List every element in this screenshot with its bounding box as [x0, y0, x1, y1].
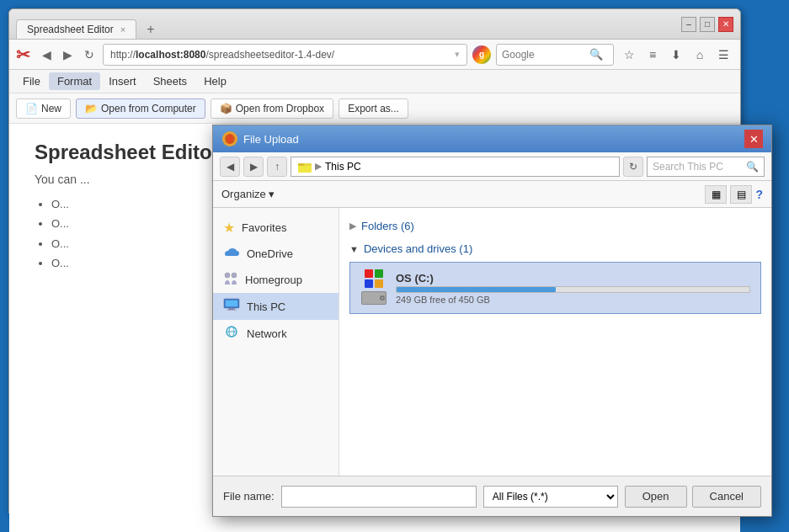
search-input[interactable]	[502, 49, 586, 61]
homegroup-label: Homegroup	[245, 274, 302, 286]
favorites-icon: ★	[223, 220, 235, 236]
svg-point-4	[225, 273, 230, 278]
dialog-path-bar[interactable]: ▶ This PC	[291, 157, 620, 177]
reading-view-icon[interactable]: ≡	[642, 45, 663, 65]
dialog-title-text: File Upload	[243, 133, 299, 146]
scissors-icon: ✂	[16, 45, 30, 65]
search-placeholder-text: Search This PC	[653, 161, 723, 173]
home-icon[interactable]: ⌂	[690, 45, 710, 65]
devices-section-title[interactable]: Devices and drives (1)	[364, 242, 472, 255]
organize-button[interactable]: Organize ▾	[221, 188, 275, 200]
svg-point-16	[381, 297, 384, 300]
tab-close-icon[interactable]: ×	[120, 24, 125, 35]
url-path: /spreadsheetseditor-1.4-dev/	[205, 49, 334, 61]
view-grid-button[interactable]: ▦	[705, 185, 727, 204]
google-account-icon[interactable]: g	[472, 45, 491, 64]
firefox-icon	[221, 130, 238, 147]
folders-section-header: ▶ Folders (6)	[349, 216, 761, 236]
filename-label: File name:	[223, 490, 275, 503]
url-bar[interactable]: http:// localhost:8080 /spreadsheetsedit…	[103, 44, 467, 66]
drive-item-c[interactable]: OS (C:) 249 GB free of 450 GB	[349, 262, 761, 314]
file-upload-dialog: File Upload ✕ ◀ ▶ ↑ ▶ This PC ↻ Search T…	[212, 125, 772, 517]
hard-drive-icon	[360, 290, 387, 306]
dialog-back-button[interactable]: ◀	[220, 157, 240, 177]
open-dropbox-label: Open from Dropbox	[236, 103, 324, 114]
folders-collapse-arrow[interactable]: ▶	[349, 221, 356, 231]
menu-item-sheets[interactable]: Sheets	[145, 72, 195, 90]
cancel-button[interactable]: Cancel	[692, 486, 761, 508]
url-host: localhost:8080	[136, 49, 205, 61]
back-button[interactable]: ◀	[39, 46, 55, 63]
export-button[interactable]: Export as...	[339, 98, 408, 119]
path-arrow: ▶	[315, 161, 322, 172]
open-button[interactable]: Open	[625, 486, 687, 508]
minimize-button[interactable]: –	[681, 17, 696, 32]
path-folder-icon	[298, 161, 312, 173]
dialog-close-button[interactable]: ✕	[744, 130, 763, 148]
open-computer-button[interactable]: 📂 Open from Computer	[76, 98, 205, 119]
tab-title: Spreadsheet Editor	[27, 24, 114, 35]
view-icons: ▦ ▤ ?	[705, 185, 763, 204]
dialog-sidebar: ★ Favorites OneDrive	[213, 208, 339, 476]
menu-item-insert[interactable]: Insert	[100, 72, 145, 90]
drive-size: 249 GB free of 450 GB	[396, 295, 750, 305]
dialog-nav-bar: ◀ ▶ ↑ ▶ This PC ↻ Search This PC 🔍	[213, 152, 771, 181]
new-icon: 📄	[25, 103, 38, 114]
sidebar-item-homegroup[interactable]: Homegroup	[213, 266, 339, 293]
devices-section-header: ▼ Devices and drives (1)	[349, 239, 761, 258]
url-prefix: http://	[110, 49, 136, 61]
view-details-button[interactable]: ▤	[730, 185, 752, 204]
search-area: 🔍	[496, 44, 614, 66]
organize-label: Organize ▾	[221, 188, 275, 200]
open-computer-label: Open from Computer	[101, 103, 196, 114]
menu-icon[interactable]: ☰	[713, 45, 733, 65]
new-tab-button[interactable]: +	[141, 20, 159, 39]
filetype-select[interactable]: All Files (*.*)	[483, 486, 618, 508]
dialog-organize-toolbar: Organize ▾ ▦ ▤ ?	[213, 181, 771, 208]
search-icon[interactable]: 🔍	[589, 48, 603, 61]
dialog-title-bar: File Upload ✕	[213, 125, 771, 152]
this-pc-label: This PC	[247, 301, 285, 313]
new-label: New	[41, 103, 61, 114]
bookmark-star-icon[interactable]: ☆	[619, 45, 639, 65]
dialog-search-bar[interactable]: Search This PC 🔍	[647, 157, 765, 177]
dialog-body: ★ Favorites OneDrive	[213, 208, 771, 476]
network-label: Network	[247, 327, 287, 340]
menu-item-format[interactable]: Format	[49, 72, 100, 90]
sidebar-item-network[interactable]: Network	[213, 320, 339, 347]
open-dropbox-button[interactable]: 📦 Open from Dropbox	[211, 98, 333, 119]
devices-collapse-arrow[interactable]: ▼	[349, 244, 359, 254]
onedrive-label: OneDrive	[247, 247, 293, 260]
help-button[interactable]: ?	[755, 188, 763, 201]
drive-name: OS (C:)	[396, 272, 750, 285]
drive-progress-bar	[396, 286, 750, 293]
dialog-search-icon[interactable]: 🔍	[746, 161, 759, 173]
maximize-button[interactable]: □	[700, 17, 715, 32]
menu-item-help[interactable]: Help	[195, 72, 235, 90]
close-window-button[interactable]: ✕	[718, 17, 733, 32]
filename-input[interactable]	[281, 486, 477, 508]
drive-progress-fill	[397, 287, 556, 292]
network-icon	[223, 325, 240, 342]
refresh-button[interactable]: ↻	[81, 46, 98, 63]
menu-item-file[interactable]: File	[14, 72, 49, 90]
forward-button[interactable]: ▶	[60, 46, 76, 63]
dialog-refresh-button[interactable]: ↻	[623, 157, 643, 177]
export-label: Export as...	[348, 103, 399, 114]
sidebar-item-label: Favorites	[242, 221, 286, 234]
url-dropdown-icon[interactable]: ▾	[455, 49, 460, 60]
download-icon[interactable]: ⬇	[666, 45, 686, 65]
sidebar-item-onedrive[interactable]: OneDrive	[213, 241, 339, 266]
sidebar-item-favorites[interactable]: ★ Favorites	[213, 215, 339, 241]
svg-rect-3	[298, 163, 304, 166]
dialog-up-button[interactable]: ↑	[267, 157, 287, 177]
folders-section-title[interactable]: Folders (6)	[361, 220, 414, 232]
sidebar-item-this-pc[interactable]: This PC	[213, 293, 339, 320]
dialog-forward-button[interactable]: ▶	[243, 157, 264, 177]
svg-rect-8	[228, 308, 235, 310]
svg-point-5	[232, 273, 237, 278]
homegroup-icon	[223, 271, 238, 288]
new-button[interactable]: 📄 New	[16, 98, 71, 119]
title-bar: Spreadsheet Editor × + – □ ✕	[9, 9, 740, 40]
browser-tab[interactable]: Spreadsheet Editor ×	[16, 19, 136, 39]
